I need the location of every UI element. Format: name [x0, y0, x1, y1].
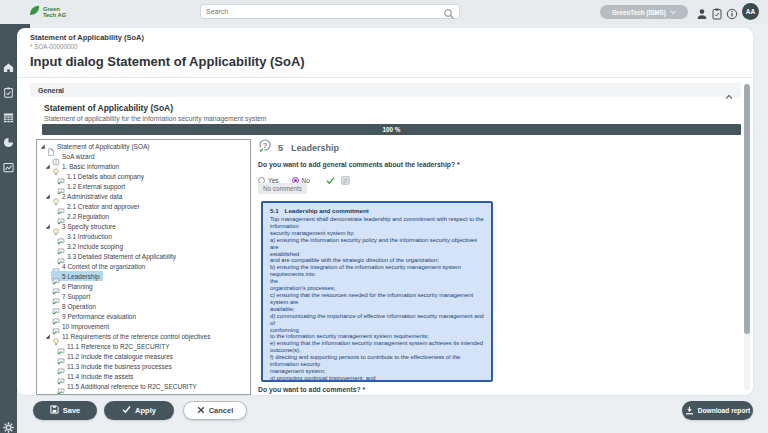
tree-item-link[interactable]: 1. Basic information — [51, 161, 122, 171]
settings-icon[interactable] — [3, 419, 14, 430]
expander-icon — [49, 182, 56, 190]
question-check-icon: ? — [258, 139, 272, 157]
tree-item-link[interactable]: 7 Support — [51, 291, 93, 301]
expander-icon — [49, 342, 56, 350]
tree-item-link[interactable]: 11.4 Include the assets — [56, 371, 136, 381]
tree-item-label: 11.5 Additional reference to R2C_SECURIT… — [67, 383, 197, 390]
report-icon[interactable] — [3, 159, 14, 170]
bulb-icon — [52, 192, 60, 200]
expander-icon — [49, 242, 56, 250]
tree-item-link[interactable]: SoA wizard — [51, 151, 98, 161]
pie-chart-icon[interactable] — [3, 134, 14, 145]
bulb-icon — [52, 332, 60, 340]
tree-item-link[interactable]: 8 Operation — [51, 301, 99, 311]
tree-item-link[interactable]: 4 Context of the organization — [51, 261, 148, 271]
sidebar-nav — [0, 24, 17, 433]
workspace-selector[interactable]: GreenTech (ISMS) — [600, 5, 688, 19]
tree-item-link[interactable]: 2 Administrative data — [51, 191, 125, 201]
comment-icon — [57, 342, 65, 350]
user-icon[interactable] — [696, 6, 708, 18]
tree-item: 2.1 Creator and approver — [37, 201, 250, 211]
audit-icon[interactable] — [711, 6, 723, 18]
comment-icon — [57, 382, 65, 390]
comment-icon — [57, 252, 65, 260]
scrollbar-thumb[interactable] — [744, 84, 750, 334]
comment-icon — [52, 392, 60, 395]
comment-icon — [52, 312, 60, 320]
apply-button[interactable]: Apply — [104, 401, 174, 420]
avatar[interactable]: AA — [742, 3, 759, 20]
app-logo[interactable]: Green Tech AG — [28, 3, 66, 21]
step-number: 5 — [278, 143, 283, 153]
record-reference: * SOA-00000000 — [30, 43, 78, 50]
tasks-icon[interactable] — [3, 84, 14, 95]
comment-icon — [57, 212, 65, 220]
expander-icon[interactable] — [39, 142, 46, 150]
tree-item-link[interactable]: 11.2 Include the catalogue measures — [56, 351, 176, 361]
tree-item-link[interactable]: 11.3 Include the business processes — [56, 361, 175, 371]
chevron-up-icon[interactable] — [725, 86, 733, 94]
tree-item-link[interactable]: 11 Requirements of the reference control… — [51, 331, 213, 341]
calendar-icon[interactable] — [3, 109, 14, 120]
section-general-header[interactable]: General — [30, 83, 741, 97]
search-input[interactable] — [201, 8, 443, 15]
expander-icon — [44, 302, 51, 310]
soa-tree: Statement of Applicability (SOA) SoA wiz… — [36, 139, 251, 395]
scrollbar-track[interactable] — [744, 84, 750, 390]
tree-item-link[interactable]: 1.2 External support — [56, 181, 128, 191]
standard-text-box[interactable]: 5.1Leadership and commitment Top managem… — [261, 201, 493, 382]
clause-number: 5.1 — [270, 207, 279, 214]
comment-icon — [52, 292, 60, 300]
expander-icon[interactable] — [44, 192, 51, 200]
comment-log-icon[interactable] — [341, 171, 350, 189]
tree-item-link[interactable]: 6 Planning — [51, 281, 96, 291]
expander-icon — [44, 152, 51, 160]
tree-item-label: 9 Performance evaluation — [62, 313, 136, 320]
tree-item: 6 Planning — [37, 281, 250, 291]
tree-item-link[interactable]: 11.5 Additional reference to R2C_SECURIT… — [56, 381, 200, 391]
tree-item-link[interactable]: 3.1 Introduction — [56, 231, 115, 241]
tree-item-link[interactable]: 5 Leadership — [51, 271, 103, 281]
comment-icon — [57, 352, 65, 360]
tree-item-link[interactable]: 10 Improvement — [51, 321, 112, 331]
tree-item-link[interactable]: 3.2 Include scoping — [56, 241, 126, 251]
question-add-comments: Do you want to add comments? * — [258, 386, 365, 393]
tree-item-label: 1. Basic information — [62, 163, 119, 170]
tree-item-label: 11.3 Include the business processes — [67, 363, 172, 370]
leaf-logo-icon — [28, 3, 41, 21]
download-report-button[interactable]: Download report — [682, 401, 753, 420]
tree-item: SoA wizard — [37, 151, 250, 161]
workspace-label: GreenTech (ISMS) — [612, 9, 666, 16]
tree-item-link[interactable]: 9 Performance evaluation — [51, 311, 139, 321]
expander-icon[interactable] — [44, 162, 51, 170]
tree-item-link[interactable]: 2.2 Regulation — [56, 211, 112, 221]
search-bar[interactable] — [200, 4, 460, 19]
tree-item: 12 Finish — [37, 391, 250, 395]
expander-icon[interactable] — [44, 332, 51, 340]
bulb-icon — [52, 162, 60, 170]
home-icon[interactable] — [3, 59, 14, 70]
page-title: Input dialog Statement of Applicability … — [30, 54, 305, 69]
tree-item-link[interactable]: 1.1 Details about company — [56, 171, 147, 181]
tree-item-link[interactable]: Statement of Applicability (SOA) — [46, 141, 153, 151]
tree-item-link[interactable]: 3 Specify structure — [51, 221, 119, 231]
tree-item-label: 11.2 Include the catalogue measures — [67, 353, 173, 360]
search-icon[interactable] — [443, 6, 455, 18]
info-icon[interactable] — [726, 6, 738, 18]
expander-icon[interactable] — [44, 222, 51, 230]
tree-item: 11.2 Include the catalogue measures — [37, 351, 250, 361]
comment-icon — [57, 232, 65, 240]
save-button[interactable]: Save — [33, 401, 97, 420]
comment-field[interactable]: No comments — [258, 183, 307, 194]
expander-icon — [49, 212, 56, 220]
tree-item-link[interactable]: 12 Finish — [51, 391, 91, 395]
cancel-button[interactable]: Cancel — [183, 401, 247, 420]
tree-item-link[interactable]: 2.1 Creator and approver — [56, 201, 143, 211]
tree-item-label: 2 Administrative data — [62, 193, 122, 200]
tree-item-label: 3 Specify structure — [62, 223, 116, 230]
expander-icon — [49, 172, 56, 180]
tree-item: 2 Administrative data — [37, 191, 250, 201]
tree-item-link[interactable]: 11.1 Reference to R2C_SECURITY — [56, 341, 172, 351]
bulb-icon — [52, 222, 60, 230]
tree-item-link[interactable]: 3.3 Detailed Statement of Applicability — [56, 251, 179, 261]
